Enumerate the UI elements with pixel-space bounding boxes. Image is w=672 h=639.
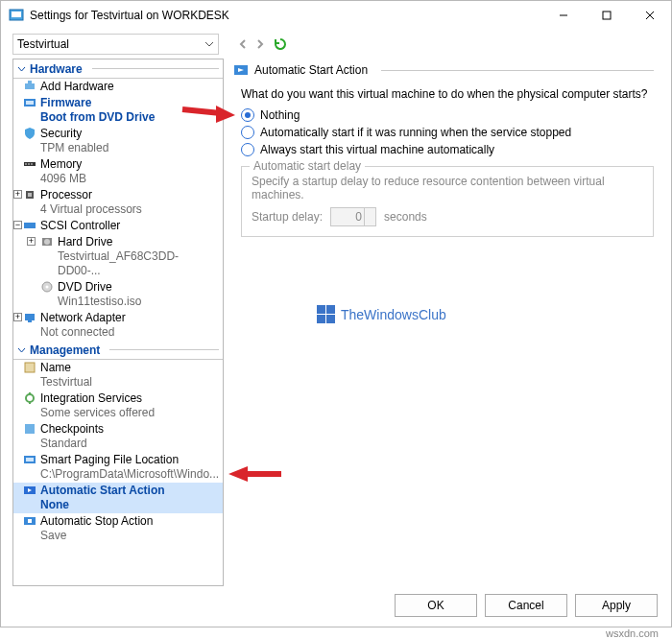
dvd-icon bbox=[40, 280, 54, 294]
scsi-icon bbox=[23, 219, 36, 232]
tree-pane: Hardware Add Hardware Firmware Boot from… bbox=[12, 59, 224, 586]
nav-back-icon[interactable] bbox=[238, 39, 248, 49]
delay-input[interactable]: 0 bbox=[330, 207, 376, 226]
auto-stop-icon bbox=[23, 514, 36, 528]
maximize-button[interactable] bbox=[585, 1, 628, 30]
windows-logo-icon bbox=[317, 305, 335, 323]
collapse-icon[interactable]: − bbox=[13, 221, 22, 229]
svg-marker-37 bbox=[228, 466, 248, 482]
tree-memory[interactable]: Memory 4096 MB bbox=[13, 156, 223, 187]
svg-rect-26 bbox=[29, 401, 31, 404]
radio-auto-if-running[interactable]: Automatically start if it was running wh… bbox=[241, 126, 654, 139]
auto-start-icon bbox=[23, 484, 36, 497]
panel-prompt: What do you want this virtual machine to… bbox=[241, 87, 654, 101]
tree-security[interactable]: Security TPM enabled bbox=[13, 126, 223, 156]
radio-icon bbox=[241, 126, 254, 139]
svg-point-18 bbox=[44, 239, 50, 245]
vm-selector-value: Testvirtual bbox=[17, 37, 69, 51]
tree-dvd[interactable]: DVD Drive Win11testiso.iso bbox=[13, 279, 223, 310]
integration-icon bbox=[23, 391, 36, 405]
vm-selector[interactable]: Testvirtual bbox=[12, 34, 219, 55]
section-hardware[interactable]: Hardware bbox=[13, 59, 223, 79]
spinner-icon bbox=[364, 208, 375, 225]
svg-rect-32 bbox=[28, 519, 32, 523]
refresh-button[interactable] bbox=[273, 36, 288, 52]
svg-rect-27 bbox=[25, 424, 35, 434]
cancel-button[interactable]: Cancel bbox=[485, 594, 567, 617]
add-hardware-icon bbox=[23, 80, 36, 93]
svg-point-24 bbox=[26, 394, 34, 402]
svg-rect-12 bbox=[28, 163, 30, 165]
minimize-button[interactable] bbox=[541, 1, 585, 30]
svg-rect-16 bbox=[24, 223, 36, 228]
tree-name[interactable]: Name Testvirtual bbox=[13, 360, 223, 390]
svg-rect-7 bbox=[28, 81, 32, 83]
tree-integration[interactable]: Integration Services Some services offer… bbox=[13, 390, 223, 421]
svg-marker-35 bbox=[216, 106, 235, 123]
toolbar: Testvirtual bbox=[1, 30, 671, 59]
delay-unit: seconds bbox=[384, 210, 427, 224]
tree-scsi[interactable]: − SCSI Controller bbox=[13, 218, 223, 234]
expand-icon[interactable]: + bbox=[13, 313, 22, 321]
tree-add-hardware[interactable]: Add Hardware bbox=[13, 79, 223, 95]
annotation-arrow bbox=[178, 96, 235, 123]
chevron-down-icon bbox=[204, 39, 214, 49]
svg-rect-11 bbox=[25, 163, 27, 165]
delay-row: Startup delay: 0 seconds bbox=[252, 207, 643, 226]
delay-label: Startup delay: bbox=[252, 210, 323, 224]
expand-icon[interactable]: + bbox=[13, 190, 22, 199]
svg-rect-25 bbox=[29, 392, 31, 395]
svg-rect-21 bbox=[25, 314, 35, 320]
harddrive-icon bbox=[40, 235, 54, 248]
svg-rect-3 bbox=[603, 12, 611, 19]
svg-rect-22 bbox=[28, 320, 32, 322]
app-icon bbox=[9, 8, 24, 23]
section-management[interactable]: Management bbox=[13, 341, 223, 360]
nav-group bbox=[238, 36, 288, 52]
collapse-icon bbox=[17, 64, 26, 73]
network-icon bbox=[23, 311, 36, 324]
body: Hardware Add Hardware Firmware Boot from… bbox=[1, 59, 671, 590]
collapse-icon bbox=[17, 345, 26, 354]
ok-button[interactable]: OK bbox=[395, 594, 477, 617]
security-icon bbox=[23, 127, 36, 140]
group-legend: Automatic start delay bbox=[250, 159, 365, 173]
window-title: Settings for Testvirtual on WORKDESK bbox=[30, 9, 541, 22]
firmware-icon bbox=[23, 96, 36, 109]
window-controls bbox=[541, 1, 671, 30]
dialog-footer: OK Cancel Apply bbox=[1, 590, 671, 627]
expand-icon[interactable]: + bbox=[27, 237, 36, 246]
svg-rect-29 bbox=[26, 458, 34, 462]
tree-network[interactable]: + Network Adapter Not connected bbox=[13, 310, 223, 341]
source-caption: wsxdn.com bbox=[606, 627, 659, 639]
checkpoints-icon bbox=[23, 422, 36, 436]
svg-rect-13 bbox=[31, 163, 33, 165]
tree-auto-start[interactable]: Automatic Start Action None bbox=[13, 483, 223, 513]
svg-rect-15 bbox=[28, 193, 32, 197]
paging-icon bbox=[23, 453, 36, 466]
name-icon bbox=[23, 361, 36, 374]
svg-rect-1 bbox=[12, 12, 21, 17]
radio-icon bbox=[241, 108, 254, 122]
close-button[interactable] bbox=[628, 1, 671, 30]
tree-paging[interactable]: Smart Paging File Location C:\ProgramDat… bbox=[13, 452, 223, 483]
svg-rect-9 bbox=[26, 101, 34, 105]
panel-icon bbox=[233, 62, 249, 78]
svg-line-34 bbox=[182, 109, 221, 113]
tree-checkpoints[interactable]: Checkpoints Standard bbox=[13, 421, 223, 452]
radio-always[interactable]: Always start this virtual machine automa… bbox=[241, 143, 654, 156]
watermark: TheWindowsClub bbox=[317, 305, 446, 323]
tree-harddrive[interactable]: + Hard Drive Testvirtual_AF68C3DD-DD00-.… bbox=[13, 234, 223, 279]
apply-button[interactable]: Apply bbox=[575, 594, 658, 617]
tree-processor[interactable]: + Processor 4 Virtual processors bbox=[13, 187, 223, 218]
radio-nothing[interactable]: Nothing bbox=[241, 108, 654, 122]
titlebar: Settings for Testvirtual on WORKDESK bbox=[1, 1, 671, 30]
nav-forward-icon[interactable] bbox=[255, 39, 265, 49]
svg-rect-6 bbox=[25, 83, 35, 89]
processor-icon bbox=[23, 188, 36, 201]
startup-delay-group: Automatic start delay Specify a startup … bbox=[241, 166, 654, 237]
annotation-arrow bbox=[228, 461, 286, 487]
radio-icon bbox=[241, 143, 254, 156]
svg-point-20 bbox=[46, 286, 49, 289]
tree-auto-stop[interactable]: Automatic Stop Action Save bbox=[13, 513, 223, 544]
